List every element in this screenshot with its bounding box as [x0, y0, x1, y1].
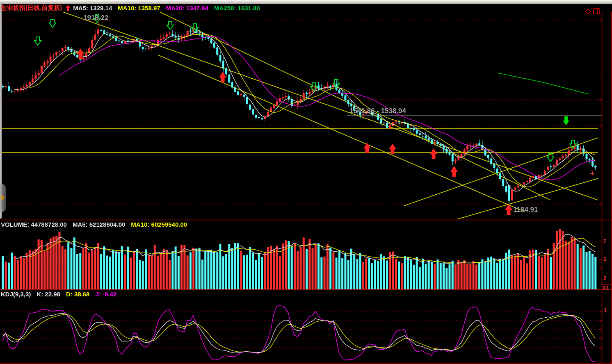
ma10-value: MA10: 1358.97: [118, 5, 160, 11]
ma20-value: MA20: 1347.84: [166, 5, 208, 11]
kdj-header: KDJ(9,3,3) K: 22.98 D: 38.68 J: -8.42: [1, 291, 116, 298]
volume-multiplier-label: X1: [603, 285, 609, 291]
symbol-title: 创业板指(日线.前复权): [1, 4, 62, 12]
peak-price-label: 1918.22: [83, 14, 108, 22]
kdj-k-value: K: 22.98: [37, 291, 60, 298]
diamond-icon[interactable]: [584, 8, 591, 15]
volume-ma5-value: MA5: 52128604.00: [73, 221, 125, 228]
volume-axis-label-3: 2: [603, 275, 606, 281]
stock-app-window: 创业板指(日线.前复权) MA5: 1329.14 MA10: 1358.97 …: [0, 0, 612, 364]
window-top-strip: [0, 0, 612, 4]
ma250-value: MA250: 1631.80: [214, 5, 260, 11]
volume-axis-label-1: 7: [603, 238, 606, 244]
kdj-indicator-label: KDJ(9,3,3): [1, 291, 31, 298]
volume-ma10-value: MA10: 60259540.00: [131, 221, 187, 228]
restore-window-icon[interactable]: [593, 8, 601, 15]
ma5-value: MA5: 1329.14: [73, 5, 112, 11]
panel-expander-handle[interactable]: [0, 184, 6, 212]
kdj-j-value: J: -8.42: [95, 291, 116, 298]
kdj-d-value: D: 38.68: [66, 291, 90, 298]
volume-header: VOLUME: 44788728.00 MA5: 52128604.00 MA1…: [1, 221, 187, 228]
expand-arrow-icon: [1, 195, 5, 200]
chart-canvas[interactable]: [0, 0, 612, 364]
volume-axis-label-2: 5: [603, 256, 606, 262]
volume-value: VOLUME: 44788728.00: [1, 221, 67, 228]
trend-up-icon: [65, 5, 71, 11]
main-chart-header: 创业板指(日线.前复权) MA5: 1329.14 MA10: 1358.97 …: [1, 4, 260, 11]
low-price-label: 1184.91: [513, 206, 538, 214]
gap-range-label: 1541.86 - 1538.94: [349, 107, 406, 115]
kdj-axis-label: 1: [603, 307, 607, 314]
